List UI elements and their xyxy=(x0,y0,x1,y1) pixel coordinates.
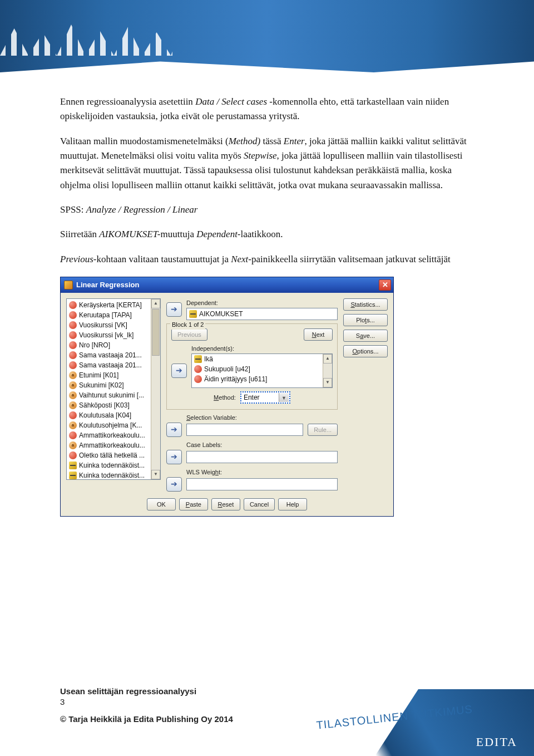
scroll-up-icon[interactable]: ▲ xyxy=(151,299,160,308)
dialog-center: ➔ Dependent: AIKOMUKSET Block 1 of 2 xyxy=(166,298,338,492)
variable-item[interactable]: Etunimi [K01] xyxy=(67,370,160,380)
paragraph-2: Valitaan mallin muodostamismenetelmäksi … xyxy=(60,134,473,193)
close-button[interactable]: ✕ xyxy=(379,279,391,291)
text-italic: Dependent- xyxy=(196,229,240,239)
variable-item[interactable]: Oletko tällä hetkellä ... xyxy=(67,450,160,460)
case-labels-label: Case Labels: xyxy=(186,440,338,450)
variable-label: Vuosikurssi [vk_lk] xyxy=(79,330,134,340)
variable-item[interactable]: Vuosikurssi [VK] xyxy=(67,320,160,330)
statistics-button[interactable]: Statistics... xyxy=(343,298,388,311)
variable-label: Koulutusala [K04] xyxy=(79,410,131,420)
dependent-field[interactable]: AIKOMUKSET xyxy=(186,308,338,320)
variable-label: Keruutapa [TAPA] xyxy=(79,310,132,320)
variable-item[interactable]: Kuinka todennäköist... xyxy=(67,460,160,470)
scrollbar[interactable]: ▲ ▼ xyxy=(323,354,332,387)
dialog-title: Linear Regression xyxy=(76,279,139,291)
variable-label: Kuinka todennäköist... xyxy=(79,470,145,480)
move-to-selection-button[interactable]: ➔ xyxy=(166,423,182,437)
move-to-dependent-button[interactable]: ➔ xyxy=(166,302,182,317)
text-italic: Analyze / Regression / Linear xyxy=(86,204,198,215)
text: painikkeella siirrytään valitsemaan jatk… xyxy=(251,254,451,264)
options-button[interactable]: Options... xyxy=(343,345,388,357)
variable-item[interactable]: Ammattikorkeakoulu... xyxy=(67,440,160,450)
variable-label: Sama vastaaja 201... xyxy=(79,350,142,360)
nominal-icon xyxy=(194,365,202,373)
variable-item[interactable]: Keruutapa [TAPA] xyxy=(67,310,160,320)
independent-item[interactable]: Ikä xyxy=(192,354,332,364)
text-italic: Stepwise xyxy=(244,150,277,161)
wls-weight-field[interactable] xyxy=(186,478,338,490)
scale-icon xyxy=(69,462,77,469)
previous-button[interactable]: Previous xyxy=(171,328,207,341)
variable-label: Nro [NRO] xyxy=(79,340,110,350)
linear-regression-dialog: Linear Regression ✕ Keräyskerta [KERTA]K… xyxy=(60,277,394,517)
scroll-thumb[interactable] xyxy=(152,309,160,356)
move-to-wls-button[interactable]: ➔ xyxy=(166,477,182,492)
nominal-icon xyxy=(69,451,77,459)
reset-button[interactable]: Reset xyxy=(211,498,240,510)
wls-weight-label: WLS Weight: xyxy=(186,468,338,477)
nominal-icon xyxy=(69,311,77,319)
independent-label: Sukupuoli [u42] xyxy=(204,364,250,374)
footer-copyright: © Tarja Heikkilä ja Edita Publishing Oy … xyxy=(60,714,233,724)
paragraph-5: Previous-kohtaan valitaan taustamuuttuja… xyxy=(60,252,473,267)
independent-item[interactable]: Sukupuoli [u42] xyxy=(192,364,332,374)
variable-list[interactable]: Keräyskerta [KERTA]Keruutapa [TAPA]Vuosi… xyxy=(66,298,161,480)
method-value: Enter xyxy=(244,392,260,403)
variable-item[interactable]: Vuosikurssi [vk_lk] xyxy=(67,330,160,340)
chevron-down-icon[interactable]: ▼ xyxy=(279,393,289,402)
variable-item[interactable]: Koulutusohjelma [K... xyxy=(67,420,160,430)
variable-item[interactable]: Sähköposti [K03] xyxy=(67,400,160,410)
nominal-icon xyxy=(69,331,77,339)
text-italic: Enter xyxy=(284,136,305,146)
variable-item[interactable]: Sama vastaaja 201... xyxy=(67,350,160,360)
scale-icon xyxy=(69,472,77,479)
ok-button[interactable]: OK xyxy=(147,498,176,510)
rule-button[interactable]: Rule... xyxy=(308,424,338,436)
variable-label: Vaihtunut sukunimi [... xyxy=(79,390,144,400)
paste-button[interactable]: Paste xyxy=(179,498,208,510)
selection-variable-field[interactable] xyxy=(186,424,303,436)
next-button[interactable]: Next xyxy=(304,328,333,341)
block-legend: Block 1 of 2 xyxy=(170,320,205,330)
text: Valitaan mallin muodostamismenetelmäksi … xyxy=(60,136,229,146)
block-fieldset: Block 1 of 2 Previous Next Independent(s… xyxy=(166,323,338,410)
variable-item[interactable]: Sama vastaaja 201... xyxy=(67,360,160,370)
variable-item[interactable]: Keräyskerta [KERTA] xyxy=(67,300,160,310)
cancel-button[interactable]: Cancel xyxy=(244,498,275,510)
plots-button[interactable]: Plots... xyxy=(343,314,388,326)
string-icon xyxy=(69,441,77,449)
variable-item[interactable]: Vaihtunut sukunimi [... xyxy=(67,390,160,400)
variable-item[interactable]: Sukunimi [K02] xyxy=(67,380,160,390)
scroll-track[interactable] xyxy=(323,364,332,378)
variable-label: Oletko tällä hetkellä ... xyxy=(79,450,145,460)
case-labels-field[interactable] xyxy=(186,451,338,463)
scrollbar[interactable]: ▲ ▼ xyxy=(151,299,160,479)
variable-item[interactable]: Ammattikorkeakoulu... xyxy=(67,430,160,440)
nominal-icon xyxy=(69,411,77,419)
dependent-value: AIKOMUKSET xyxy=(199,309,243,320)
page-footer: Usean selittäjän regressioanalyysi 3 © T… xyxy=(0,689,534,756)
previous-label: Previous xyxy=(177,331,201,338)
scroll-down-icon[interactable]: ▼ xyxy=(323,378,332,387)
text: Siirretään xyxy=(60,229,99,239)
string-icon xyxy=(69,401,77,409)
scroll-track[interactable] xyxy=(151,356,160,470)
string-icon xyxy=(69,391,77,399)
method-combo[interactable]: Enter ▼ xyxy=(240,391,290,404)
scroll-down-icon[interactable]: ▼ xyxy=(151,470,160,479)
scroll-up-icon[interactable]: ▲ xyxy=(323,354,332,364)
independent-list[interactable]: IkäSukupuoli [u42]Äidin yrittäjyys [u611… xyxy=(191,354,333,388)
move-to-caselabels-button[interactable]: ➔ xyxy=(166,450,182,464)
variable-item[interactable]: Koulutusala [K04] xyxy=(67,410,160,420)
dialog-titlebar[interactable]: Linear Regression ✕ xyxy=(61,277,393,293)
nominal-icon xyxy=(69,431,77,439)
variable-label: Vuosikurssi [VK] xyxy=(79,320,127,330)
dialog-right-buttons: Statistics... Plots... Save... Options..… xyxy=(343,298,388,492)
help-button[interactable]: Help xyxy=(278,498,307,510)
variable-item[interactable]: Kuinka todennäköist... xyxy=(67,470,160,480)
independent-item[interactable]: Äidin yrittäjyys [u611] xyxy=(192,374,332,384)
move-to-independent-button[interactable]: ➔ xyxy=(171,364,187,378)
variable-item[interactable]: Nro [NRO] xyxy=(67,340,160,350)
save-button[interactable]: Save... xyxy=(343,330,388,342)
